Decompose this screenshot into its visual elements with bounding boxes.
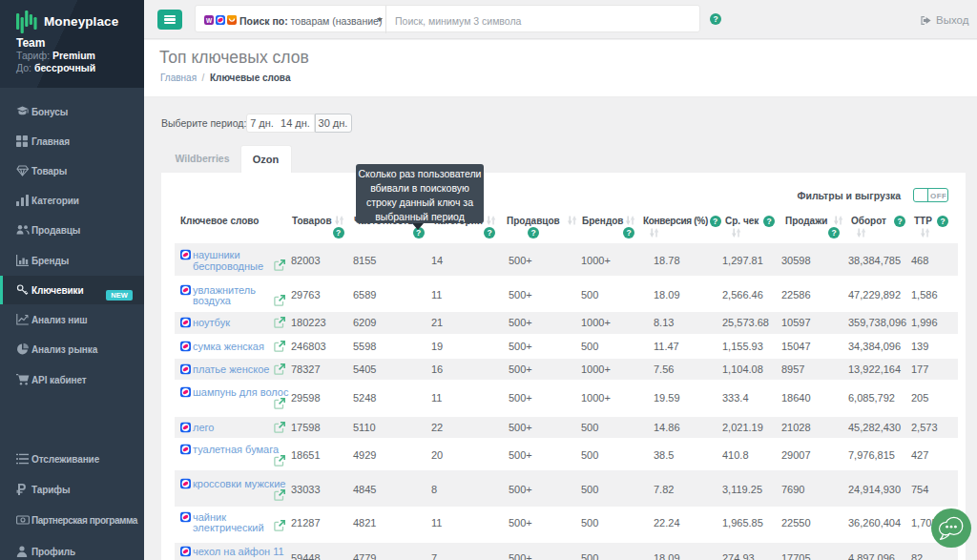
svg-text:W: W bbox=[206, 17, 213, 24]
